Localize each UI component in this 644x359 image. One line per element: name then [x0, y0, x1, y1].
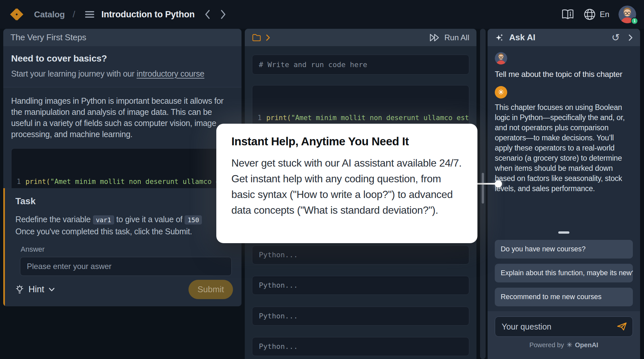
tooltip-connector-line [474, 183, 496, 185]
send-button[interactable] [617, 321, 628, 331]
submit-button[interactable]: Submit [188, 280, 233, 299]
powered-by-row: Powered by ✳ OpenAI [495, 341, 633, 349]
scrollbar-thumb[interactable] [482, 173, 484, 204]
chevron-left-icon [205, 9, 210, 19]
run-all-icon [429, 33, 440, 42]
chat-user-avatar [495, 52, 507, 64]
chevron-right-orange-icon [266, 34, 270, 41]
ask-ai-footer: Powered by ✳ OpenAI [488, 311, 640, 359]
answer-input[interactable] [20, 257, 232, 276]
modal-body-text: Never get stuck with our AI assistant av… [231, 155, 462, 218]
suggestions-drag-handle[interactable] [558, 231, 569, 234]
sparkles-icon [495, 33, 504, 42]
code-string: "Amet minim mollit non deserunt ullamco … [50, 178, 234, 186]
inline-code-var1: var1 [93, 215, 114, 224]
code-string: "Amet minim mollit non deserunt ullamco … [291, 114, 469, 122]
expand-files-button[interactable] [266, 34, 270, 41]
ask-ai-title: Ask AI [509, 32, 535, 43]
prev-lesson-button[interactable] [205, 9, 210, 19]
lesson-paragraph: Handling images in Python is important b… [11, 95, 234, 140]
task-heading: Task [15, 196, 233, 206]
glossary-button[interactable] [561, 9, 574, 20]
ask-ai-header: Ask AI ↺ [488, 29, 640, 46]
introductory-course-link[interactable]: introductory course [137, 69, 205, 78]
user-avatar[interactable]: 1 [618, 6, 636, 23]
breadcrumb-separator: / [73, 9, 75, 20]
intro-text: Start your learning journey with our int… [11, 69, 234, 79]
chevron-right-icon [220, 9, 226, 19]
line-number: 1 [258, 114, 262, 122]
book-info-icon [561, 9, 574, 20]
modal-title: Instant Help, Anytime You Need It [231, 135, 462, 148]
language-selector[interactable]: En [583, 8, 609, 21]
powered-by-label: Powered by [529, 341, 564, 349]
editor-header: Run All [245, 29, 476, 46]
hint-toggle[interactable]: Hint [15, 284, 55, 295]
code-keyword: print( [266, 114, 291, 122]
files-button[interactable] [252, 34, 261, 42]
chat-thread: Tell me about the topic of this chapter … [488, 46, 640, 194]
topbar-actions: En 1 [561, 6, 636, 23]
question-input[interactable] [495, 316, 633, 337]
lesson-header: The Very First Steps [3, 29, 241, 46]
code-keyword: print( [26, 178, 50, 186]
code-line: 1print("Amet minim mollit non deserunt u… [17, 176, 233, 188]
inline-code-150: 150 [185, 215, 202, 224]
language-label: En [600, 10, 609, 19]
top-navigation-bar: Catalog / Introduction to Python [0, 0, 644, 29]
ask-ai-panel: Ask AI ↺ Tell [488, 29, 640, 359]
task-footer: Hint Submit [15, 280, 233, 299]
editor-cell-placeholder[interactable]: Python... [252, 276, 469, 295]
suggestion-chip[interactable]: Explain about this function, maybe its n… [495, 264, 633, 282]
openai-logo-icon: ✳ [566, 341, 572, 349]
openai-brand-label: OpenAI [575, 341, 598, 349]
send-icon [617, 321, 628, 331]
onboarding-tooltip-modal: Instant Help, Anytime You Need It Never … [216, 124, 477, 243]
editor-cell-comment[interactable]: # Write and run code here [252, 55, 469, 75]
task-section: Task Redefine the variable var1 to give … [3, 188, 241, 306]
next-lesson-button[interactable] [220, 9, 226, 19]
editor-cell-placeholder[interactable]: Python... [252, 307, 469, 326]
collapse-panel-button[interactable] [628, 34, 633, 41]
hamburger-icon [84, 10, 95, 19]
page-title: Introduction to Python [101, 9, 195, 20]
intro-heading: Need to cover basics? [11, 53, 234, 64]
suggestion-chip[interactable]: Recommend to me new courses [495, 288, 633, 306]
lightbulb-icon [15, 285, 24, 294]
ai-message: This chapter focuses on using Boolean lo… [495, 102, 633, 194]
globe-icon [583, 8, 596, 21]
brand-diamond-icon [8, 6, 26, 23]
code-line: 1print("Amet minim mollit non deserunt u… [258, 112, 469, 124]
suggestion-chip[interactable]: Do you have new courses? [495, 240, 633, 259]
refresh-chat-button[interactable]: ↺ [612, 33, 620, 43]
openai-avatar: ✳ [495, 86, 507, 99]
app-logo[interactable] [8, 6, 26, 23]
tooltip-anchor-dot [495, 180, 502, 188]
editor-cell-placeholder[interactable]: Python... [252, 245, 469, 264]
run-all-button[interactable]: Run All [429, 33, 469, 42]
editor-cell-code[interactable]: 1print("Amet minim mollit non deserunt u… [252, 85, 469, 128]
user-message: Tell me about the topic of this chapter [495, 70, 633, 79]
breadcrumb-catalog-link[interactable]: Catalog [34, 9, 65, 20]
answer-label: Answer [21, 245, 233, 254]
folder-icon [252, 34, 261, 42]
line-number: 1 [17, 178, 21, 186]
course-menu-button[interactable] [84, 10, 95, 19]
chevron-down-icon [49, 288, 55, 292]
task-text-2: to give it a value of [114, 215, 185, 224]
intro-banner: Need to cover basics? Start your learnin… [3, 46, 241, 87]
app-window: Catalog / Introduction to Python [0, 0, 644, 359]
hint-label: Hint [28, 284, 44, 295]
lesson-panel: The Very First Steps Need to cover basic… [3, 29, 241, 306]
editor-cell-placeholder[interactable]: Python... [252, 337, 469, 356]
openai-knot-icon: ✳ [498, 88, 504, 97]
task-text-1: Redefine the variable [15, 215, 93, 224]
achievement-badge: 1 [631, 17, 638, 25]
task-description: Redefine the variable var1 to give it a … [15, 214, 233, 237]
task-text-3: Once you've completed this task, click t… [15, 227, 192, 236]
run-all-label: Run All [444, 33, 469, 42]
intro-text-plain: Start your learning journey with our [11, 69, 137, 78]
